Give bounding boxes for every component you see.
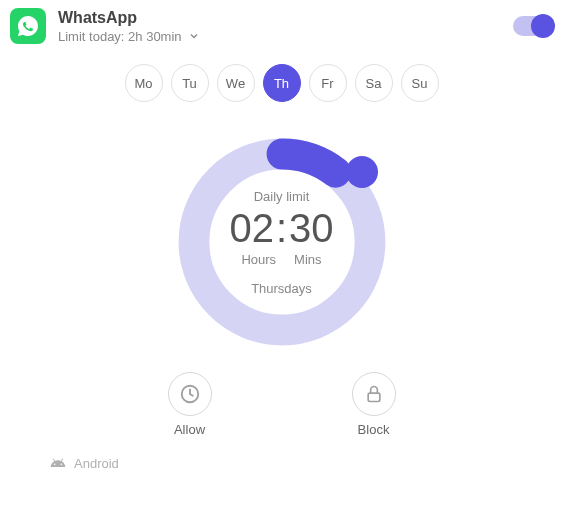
dial-sep: : [276,208,287,248]
block-button[interactable]: Block [352,372,396,437]
allow-label: Allow [168,422,212,437]
day-th[interactable]: Th [263,64,301,102]
platform-label: Android [74,456,119,471]
dial-label: Daily limit [212,189,352,204]
app-name: WhatsApp [58,9,501,27]
android-icon [50,455,66,471]
dial-dayname: Thursdays [212,281,352,296]
app-limit-header: WhatsApp Limit today: 2h 30min [10,8,553,44]
dial-units: Hours Mins [212,252,352,267]
dial-handle[interactable] [346,156,378,188]
lock-icon [352,372,396,416]
whatsapp-icon [10,8,46,44]
day-selector: Mo Tu We Th Fr Sa Su [10,64,553,102]
clock-icon [168,372,212,416]
app-header-text: WhatsApp Limit today: 2h 30min [58,9,501,44]
hours-unit: Hours [241,252,276,267]
day-sa[interactable]: Sa [355,64,393,102]
actions-row: Allow Block [10,372,553,437]
chevron-down-icon [188,30,200,42]
platform-footer: Android [50,455,553,471]
svg-rect-3 [368,393,380,401]
limit-today-row[interactable]: Limit today: 2h 30min [58,29,501,44]
time-dial-container: Daily limit 02 : 30 Hours Mins Thursdays [10,132,553,352]
allow-button[interactable]: Allow [168,372,212,437]
limit-enabled-toggle[interactable] [513,16,553,36]
limit-today-label: Limit today: 2h 30min [58,29,182,44]
day-tu[interactable]: Tu [171,64,209,102]
dial-mins: 30 [289,208,334,248]
day-mo[interactable]: Mo [125,64,163,102]
dial-time: 02 : 30 [212,208,352,248]
day-su[interactable]: Su [401,64,439,102]
day-fr[interactable]: Fr [309,64,347,102]
dial-center: Daily limit 02 : 30 Hours Mins Thursdays [212,189,352,296]
block-label: Block [352,422,396,437]
dial-hours: 02 [229,208,274,248]
time-dial[interactable]: Daily limit 02 : 30 Hours Mins Thursdays [172,132,392,352]
day-we[interactable]: We [217,64,255,102]
mins-unit: Mins [294,252,321,267]
